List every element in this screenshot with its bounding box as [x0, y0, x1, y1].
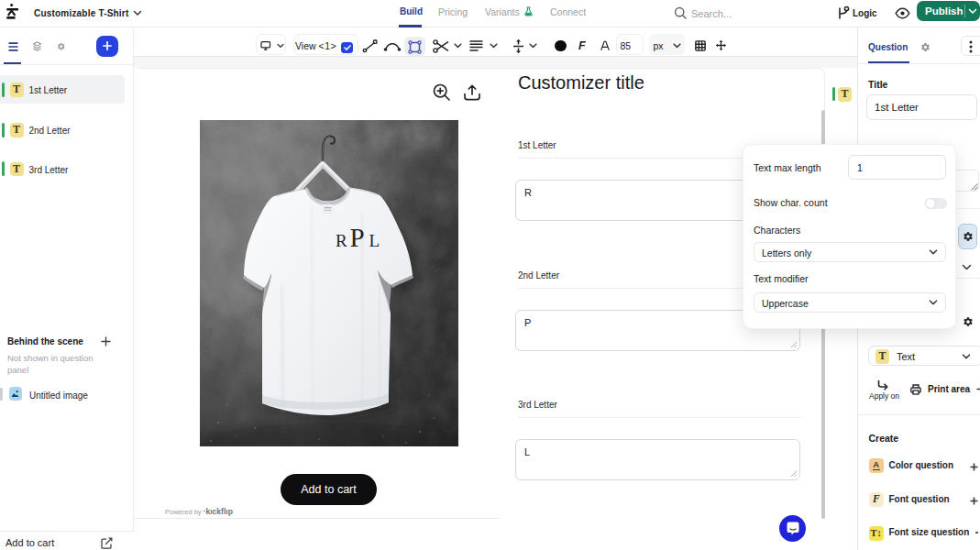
- svg-text:R: R: [336, 231, 347, 250]
- svg-text:P: P: [350, 223, 365, 252]
- svg-text:L: L: [369, 231, 380, 250]
